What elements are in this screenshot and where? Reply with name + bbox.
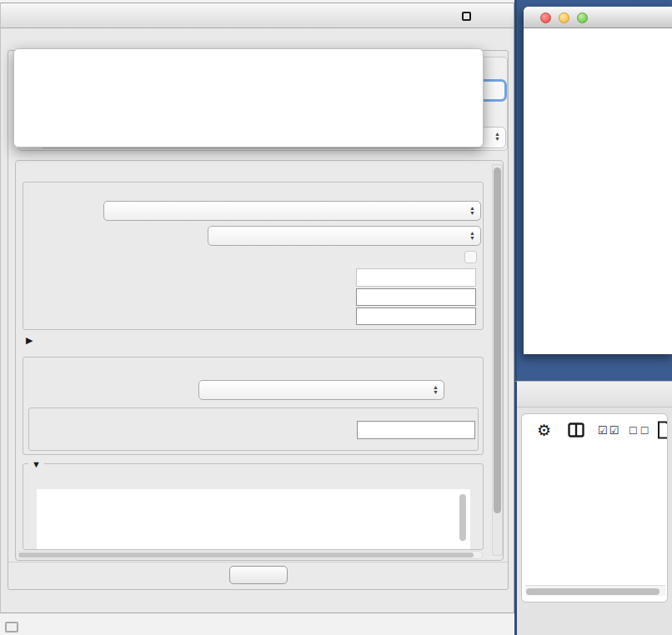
settings-scrollbar[interactable]: [492, 164, 503, 556]
apply-strip: [8, 562, 508, 589]
control-panel-window: ▲▼ ▲▼: [0, 2, 514, 613]
manual-kernel-width-checkbox[interactable]: [464, 251, 477, 263]
aracne-mode-combobox[interactable]: ▲▼: [103, 201, 481, 221]
mi-algorithm-type-combobox[interactable]: ▲▼: [208, 226, 481, 246]
algorithm-definition-group: ▲▼ ▲▼: [23, 182, 484, 330]
kernel-width-field: [356, 268, 476, 287]
table-panel: ⚙ ☑☑ ☐☐: [514, 381, 672, 635]
stepper-arrows-icon: ▲▼: [469, 202, 475, 219]
hub-transcription-section[interactable]: ▶: [26, 333, 33, 346]
stepper-arrows-icon: ▲▼: [469, 228, 475, 244]
collapsed-panel-icon[interactable]: [5, 622, 18, 632]
table-toolbar: ⚙ ☑☑ ☐☐: [522, 419, 667, 444]
scrollbar-thumb[interactable]: [494, 168, 501, 513]
zoom-traffic-light-icon[interactable]: [577, 12, 588, 23]
control-panel-titlebar: [1, 3, 514, 28]
table-horizontal-scrollbar[interactable]: [525, 585, 665, 596]
which-threshold-combobox[interactable]: ▲▼: [198, 380, 444, 400]
minimize-traffic-light-icon[interactable]: [559, 12, 569, 23]
close-traffic-light-icon[interactable]: [540, 12, 551, 23]
scrollbar-thumb[interactable]: [526, 588, 659, 595]
list-scrollbar-thumb[interactable]: [459, 494, 466, 541]
file-icon[interactable]: [657, 421, 668, 442]
network-window-titlebar[interactable]: [524, 7, 672, 28]
collapse-down-icon[interactable]: ▼: [32, 459, 41, 469]
deselect-all-icon[interactable]: ☐☐: [629, 425, 652, 437]
mi-threshold-field[interactable]: [357, 421, 475, 439]
dropdown-prompt: [14, 51, 483, 65]
network-window[interactable]: [524, 7, 672, 354]
network-canvas[interactable]: [524, 28, 672, 354]
cyni-toolbox-tab-page: ▲▼ ▲▼: [8, 50, 509, 590]
settings-horizontal-scrollbar[interactable]: [16, 551, 483, 559]
columns-icon[interactable]: [568, 422, 584, 441]
table-panel-title: [517, 382, 672, 408]
sources-group: ▼: [23, 463, 484, 550]
expand-right-icon[interactable]: ▶: [26, 335, 33, 345]
network-desktop: [514, 0, 672, 381]
mi-steps-field[interactable]: [356, 308, 476, 325]
apply-button[interactable]: [229, 566, 288, 584]
dpi-tolerance-field[interactable]: [356, 288, 476, 306]
scrollbar-thumb[interactable]: [18, 552, 474, 558]
float-window-icon[interactable]: [462, 12, 471, 21]
cyni-algorithm-settings-group: ▲▼ ▲▼: [15, 160, 504, 561]
sources-group-title: ▼: [28, 458, 44, 470]
status-strip: [0, 614, 514, 635]
algorithm-dropdown-popup: [13, 48, 484, 148]
gear-icon[interactable]: ⚙: [537, 421, 551, 440]
data-attributes-list[interactable]: [37, 489, 470, 549]
table-card: ⚙ ☑☑ ☐☐: [521, 413, 668, 602]
select-all-icon[interactable]: ☑☑: [598, 424, 620, 437]
application-root: ▲▼ ▲▼: [0, 0, 672, 635]
threshold-definition-group: ▲▼: [23, 357, 484, 455]
stepper-arrows-icon: ▲▼: [433, 382, 439, 398]
mi-threshold-definition-group: [28, 408, 479, 451]
stepper-arrows-icon: ▲▼: [494, 128, 500, 145]
